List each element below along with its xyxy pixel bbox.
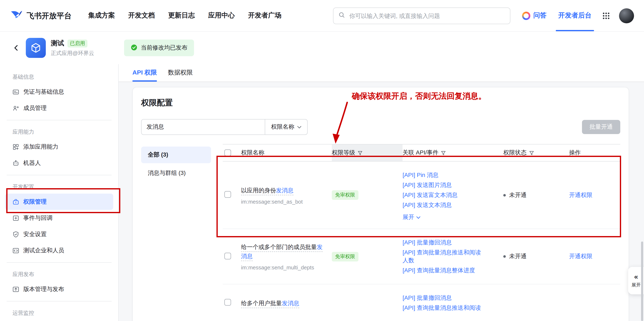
tab-data-permissions[interactable]: 数据权限 (168, 69, 193, 82)
status-cell: 未开通 (503, 253, 569, 260)
nav-link-dev-console[interactable]: 开发者后台 (558, 0, 592, 31)
status-text: 未开通 (509, 191, 526, 199)
nav-link-app-center[interactable]: 应用中心 (208, 11, 235, 20)
expand-drawer-label: 展开 (632, 282, 641, 288)
sidebar-item-bot[interactable]: 机器人 (5, 155, 113, 171)
api-link[interactable]: [API] 发送图片消息 (402, 181, 486, 189)
apps-grid-icon[interactable] (602, 12, 610, 19)
api-link[interactable]: [API] 批量撤回消息 (402, 238, 486, 246)
shield-check-icon (12, 231, 19, 238)
back-button[interactable] (12, 44, 20, 52)
permission-table: 权限名称 权限等级 关联 API/事件 (223, 144, 620, 321)
sidebar-section-release: 应用发布 (0, 266, 118, 281)
category-all[interactable]: 全部 (3) (141, 146, 211, 163)
related-api-list: [API] 批量撤回消息 [API] 查询批量消息推送和阅读 (402, 292, 503, 314)
scrollbar-thumb[interactable] (641, 242, 643, 321)
sidebar-divider (7, 120, 112, 120)
sidebar-item-label: 权限管理 (23, 198, 46, 206)
tab-api-permissions[interactable]: API 权限 (132, 69, 157, 82)
api-link[interactable]: [API] Pin 消息 (402, 171, 486, 179)
global-search[interactable] (333, 7, 510, 24)
col-permission-name: 权限名称 (241, 149, 332, 156)
row-checkbox[interactable] (224, 252, 231, 259)
permission-search-input[interactable] (142, 120, 265, 134)
app-name: 测试 (51, 39, 64, 48)
related-api-list: [API] 批量撤回消息 [API] 查询批量消息推送和阅读人数 [API] 查… (402, 236, 503, 276)
search-filter-dropdown[interactable]: 权限名称 (265, 120, 307, 134)
row-checkbox[interactable] (224, 299, 231, 306)
app-cube-icon (26, 38, 46, 58)
col-permission-level[interactable]: 权限等级 (332, 144, 402, 161)
nav-link-docs[interactable]: 开发文档 (128, 11, 155, 20)
sidebar-item-events[interactable]: 事件与回调 (5, 210, 113, 226)
main-content: API 权限 数据权限 权限配置 权限名称 (119, 64, 644, 321)
expand-apis-link[interactable]: 展开 (402, 214, 420, 221)
sidebar-section-capability: 应用能力 (0, 124, 118, 139)
table-row: 以应用的身份发消息 im:message:send_as_bot 免审权限 [A… (223, 162, 620, 229)
status-dot-icon (503, 255, 506, 258)
sidebar: 基础信息 凭证与基础信息 成员管理 应用能力 (0, 64, 119, 321)
sidebar-item-label: 安全设置 (23, 230, 46, 238)
permission-name-text: 给一个或多个部门的成员批量 (241, 244, 317, 250)
permission-name-text: 给多个用户批量 (241, 300, 282, 306)
active-tab-underline (132, 80, 157, 82)
sidebar-item-version-release[interactable]: 版本管理与发布 (5, 281, 113, 297)
upload-box-icon (12, 286, 19, 292)
filter-funnel-icon[interactable] (441, 150, 446, 155)
filter-funnel-icon[interactable] (529, 150, 534, 155)
members-icon (12, 105, 19, 111)
sidebar-section-monitoring: 运营监控 (0, 305, 118, 320)
select-all-checkbox[interactable] (224, 150, 231, 156)
id-card-icon (12, 88, 19, 95)
permission-name-link[interactable]: 发消息 (276, 187, 294, 194)
api-link[interactable]: [API] 查询批量消息推送和阅读人数 (402, 248, 486, 264)
search-row: 权限名称 批量开通 (141, 119, 620, 135)
annotation-text: 确保该权限开启，否则无法回复消息。 (352, 91, 486, 102)
permission-name: 给多个用户批量发消息 (241, 298, 325, 308)
permission-search[interactable]: 权限名称 (141, 119, 308, 135)
annotation-arrow (329, 101, 354, 146)
permission-name-text: 以应用的身份 (241, 187, 276, 194)
filter-funnel-icon[interactable] (358, 150, 362, 155)
feishu-open-platform-page: 飞书开放平台 集成方案 开发文档 更新日志 应用中心 开发者广场 问答 (0, 0, 644, 321)
enabled-status-badge: 已启用 (68, 39, 88, 47)
category-list: 全部 (3) 消息与群组 (3) (141, 144, 211, 321)
sidebar-item-label: 成员管理 (23, 104, 46, 112)
nav-link-dev-square[interactable]: 开发者广场 (248, 11, 282, 20)
category-messaging[interactable]: 消息与群组 (3) (141, 165, 211, 182)
global-search-input[interactable] (348, 12, 505, 19)
sidebar-section-basic-info: 基础信息 (0, 69, 118, 84)
app-meta: 测试 已启用 正式应用@环界云 (51, 39, 94, 57)
api-link[interactable]: [API] 批量撤回消息 (402, 294, 486, 302)
nav-links: 集成方案 开发文档 更新日志 应用中心 开发者广场 (88, 11, 282, 20)
batch-enable-button[interactable]: 批量开通 (582, 120, 620, 134)
sidebar-divider (7, 175, 112, 175)
permission-name: 给一个或多个部门的成员批量发消息 (241, 242, 325, 261)
api-link[interactable]: [API] 查询批量消息整体进度 (402, 266, 486, 274)
active-nav-underline (556, 30, 594, 31)
level-badge: 免审权限 (332, 252, 358, 261)
sidebar-item-add-capability[interactable]: 添加应用能力 (5, 139, 113, 155)
nav-link-changelog[interactable]: 更新日志 (168, 11, 195, 20)
user-avatar[interactable] (619, 8, 634, 23)
sidebar-item-label: 测试企业和人员 (23, 247, 64, 254)
qa-link[interactable]: 问答 (522, 11, 546, 20)
enable-permission-link[interactable]: 开通权限 (569, 253, 592, 260)
row-checkbox[interactable] (224, 191, 231, 198)
robot-icon (12, 160, 19, 166)
sidebar-item-security[interactable]: 安全设置 (5, 226, 113, 242)
api-link[interactable]: [API] 查询批量消息推送和阅读 (402, 304, 486, 312)
nav-link-integration[interactable]: 集成方案 (88, 11, 115, 20)
sidebar-item-credentials[interactable]: 凭证与基础信息 (5, 84, 113, 100)
brand[interactable]: 飞书开放平台 (10, 8, 72, 23)
permission-name-link[interactable]: 发消息 (282, 300, 299, 306)
content-area: 权限配置 权限名称 批量开通 (119, 82, 644, 321)
sidebar-item-permissions[interactable]: 权限管理 (5, 194, 113, 210)
sidebar-item-members[interactable]: 成员管理 (5, 100, 113, 116)
api-link[interactable]: [API] 发送文本消息 (402, 201, 486, 209)
chevron-down-icon (297, 126, 302, 128)
sidebar-item-label: 事件与回调 (23, 214, 52, 222)
enable-permission-link[interactable]: 开通权限 (569, 191, 592, 198)
api-link[interactable]: [API] 发送富文本消息 (402, 191, 486, 199)
sidebar-item-test-corp[interactable]: 测试企业和人员 (5, 242, 113, 258)
